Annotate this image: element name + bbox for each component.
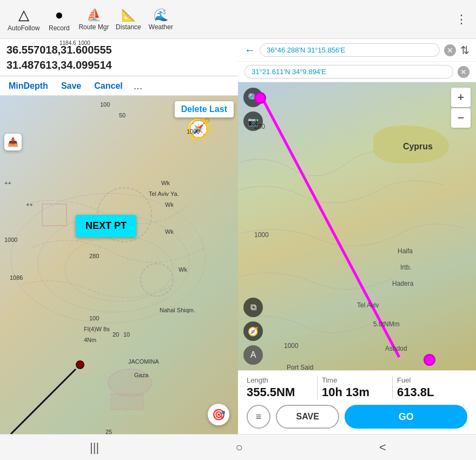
back-button[interactable]: ← (244, 44, 255, 56)
wk-label-2: Wk (165, 201, 174, 208)
depth-50-top: 50 (119, 112, 125, 119)
depth-1000-right-2: 1000 (284, 342, 299, 350)
layers-button[interactable]: ⧉ (243, 298, 263, 317)
distance-icon: 📐 (121, 8, 136, 22)
depth-25: 25 (105, 429, 112, 434)
route-save-button[interactable]: SAVE (276, 405, 339, 429)
chart-download-icon[interactable]: 📥 (4, 134, 22, 150)
time-label: Time (322, 376, 388, 384)
toolbar-distance[interactable]: 📐 Distance (112, 6, 144, 33)
nav-back-button[interactable]: < (368, 437, 397, 458)
toolbar-weather[interactable]: 🌊 Weather (144, 6, 177, 33)
start-point-marker[interactable] (254, 92, 266, 104)
toolbar-route-mgr[interactable]: ⛵ Route Mgr (75, 6, 112, 33)
zoom-out-button[interactable]: − (451, 108, 471, 128)
weather-label: Weather (149, 23, 173, 31)
more-menu-button[interactable]: ⋮ (451, 8, 472, 31)
nav-menu-button[interactable]: ||| (79, 437, 110, 458)
speed-label-right: 5.0tNMm (373, 320, 400, 328)
left-panel: 36.557018,31.600555 31.487613,34.099514 … (0, 39, 238, 434)
weather-icon: 🌊 (154, 8, 168, 22)
user-button[interactable]: A (243, 345, 263, 365)
fl-label-2: 4Nm (84, 337, 96, 343)
scale-label-1: 1184.6 (60, 40, 76, 46)
nahal-label: Nahal Shiqm. (160, 307, 195, 313)
time-value: 10h 13m (322, 385, 388, 399)
hadera-label: Hadera (392, 280, 413, 287)
bottom-navigation: ||| ○ < (0, 434, 476, 460)
mindepth-button[interactable]: MinDepth (6, 80, 50, 92)
save-button[interactable]: Save (59, 80, 83, 92)
sort-icon[interactable]: ⇅ (460, 44, 470, 57)
tel-aviv-right: Tel Aviv (357, 301, 379, 309)
depth-1000-left: 1000 (4, 236, 17, 243)
cyprus-label: Cyprus (403, 142, 433, 152)
distance-label: Distance (116, 23, 141, 31)
nav-home-button[interactable]: ○ (224, 437, 253, 458)
right-panel: ← ✕ ⇅ ✕ Cyprus (238, 39, 476, 434)
irtb-label: Irtb. (400, 264, 412, 271)
clear-end-button[interactable]: ✕ (458, 66, 470, 78)
gaza-label: Gaza (134, 372, 148, 378)
start-coord-input[interactable] (260, 43, 440, 57)
main-content: 36.557018,31.600555 31.487613,34.099514 … (0, 39, 476, 434)
ashdod-label: Ashdod (385, 345, 407, 352)
more-dots-button[interactable]: ... (134, 80, 143, 92)
map-background-left (0, 96, 238, 434)
depth-10: 10 (123, 331, 130, 338)
route-actions: ≡ SAVE GO (247, 405, 467, 429)
tel-aviv-label: Tel Aviv Ya. (149, 190, 179, 197)
length-stat: Length 355.5NM (247, 376, 318, 399)
autofollow-label: AutoFollow (8, 24, 39, 32)
port-said-label: Port Said (287, 364, 313, 370)
camera-button[interactable]: 📷 (243, 111, 263, 131)
depth-plus-1: ++ (4, 180, 11, 186)
end-point-marker[interactable] (424, 354, 435, 366)
end-coord-input[interactable] (244, 65, 453, 78)
scale-bar: 1184.6 1000 (60, 40, 90, 46)
zoom-in-button[interactable]: + (451, 88, 471, 107)
locate-button[interactable]: 🎯 (208, 404, 229, 425)
length-value: 355.5NM (247, 385, 313, 399)
coord-row-1: 36.557018,31.600555 (6, 42, 232, 57)
fuel-stat: Fuel 613.8L (393, 376, 467, 399)
route-mgr-label: Route Mgr (78, 23, 109, 31)
cancel-button[interactable]: Cancel (92, 80, 124, 92)
route-info-panel: Length 355.5NM Time 10h 13m Fuel 613.8L … (238, 370, 476, 434)
depth-plus-2: ++ (26, 201, 33, 208)
map-controls-right: + − (451, 88, 471, 128)
depth-1000-right: 1000 (254, 231, 269, 239)
route-stats: Length 355.5NM Time 10h 13m Fuel 613.8L (247, 376, 467, 399)
wk-label-1: Wk (161, 180, 170, 186)
map-right: Cyprus 200 1000 1000 Tel Aviv Port Said … (238, 82, 476, 370)
map-controls-bottom-left: ⧉ 🧭 A (243, 298, 263, 365)
depth-1000-top-right: 1000 (187, 128, 200, 135)
coords-panel: 36.557018,31.600555 31.487613,34.099514 (0, 39, 238, 76)
fl-label-1: Fl(4)W 8s (84, 326, 110, 332)
delete-last-button[interactable]: Delete Last (175, 101, 234, 117)
clear-start-button[interactable]: ✕ (444, 44, 456, 56)
jacomina-label: JACOMINA (128, 358, 159, 365)
autofollow-icon: △ (18, 6, 29, 23)
route-menu-button[interactable]: ≡ (247, 405, 270, 429)
route-line-right-svg (238, 82, 476, 370)
depth-280: 280 (89, 253, 99, 259)
next-point-button[interactable]: NEXT PT (76, 215, 136, 237)
depth-100-top: 100 (100, 101, 110, 108)
compass-button[interactable]: 🧭 (243, 321, 263, 341)
boat-marker (76, 360, 84, 369)
scale-label-2: 1000 (78, 40, 90, 46)
toolbar-record[interactable]: ● Record (43, 4, 75, 34)
depth-100-mid: 100 (89, 315, 99, 321)
record-icon: ● (55, 6, 64, 23)
record-label: Record (49, 24, 70, 32)
time-stat: Time 10h 13m (318, 376, 393, 399)
scale-labels: 1184.6 1000 (60, 40, 90, 46)
route-go-button[interactable]: GO (345, 405, 467, 429)
coord-row-2: 31.487613,34.099514 (6, 57, 232, 73)
depth-20: 20 (113, 331, 119, 338)
route-mgr-icon: ⛵ (87, 8, 101, 22)
route-header: ← ✕ ⇅ (238, 39, 476, 62)
toolbar-autofollow[interactable]: △ AutoFollow (4, 4, 43, 34)
fuel-label: Fuel (397, 376, 463, 384)
